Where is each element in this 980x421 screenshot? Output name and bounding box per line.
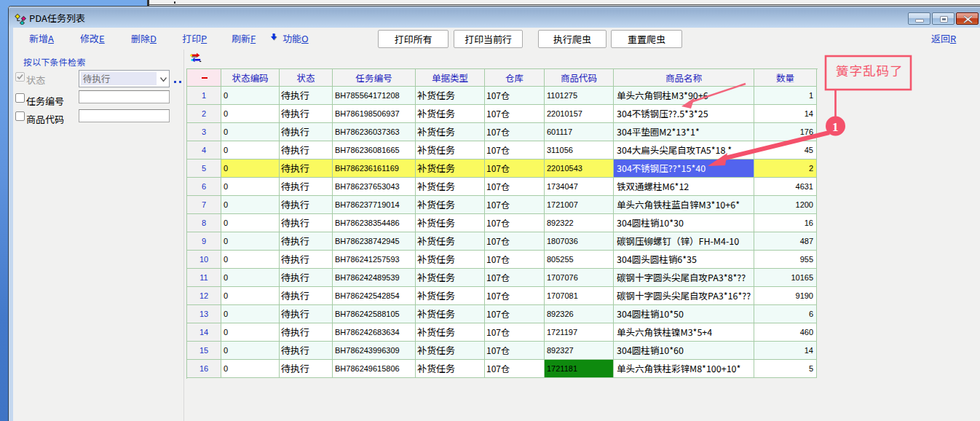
svg-text:簧字乱码了: 簧字乱码了 <box>836 61 904 79</box>
svg-text:1: 1 <box>832 120 839 134</box>
